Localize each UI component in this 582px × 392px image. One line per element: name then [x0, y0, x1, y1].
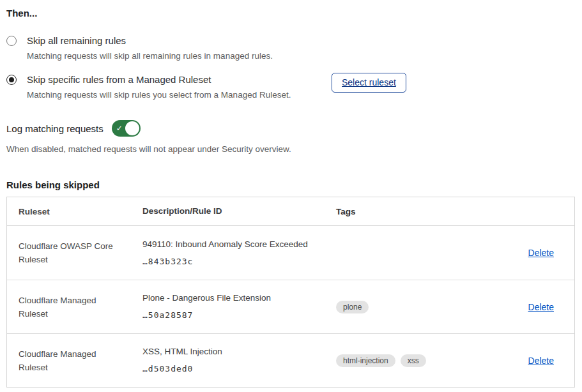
rule-description-cell: 949110: Inbound Anomaly Score Exceeded ……	[142, 238, 336, 268]
rules-table-body: Cloudflare OWASP Core Ruleset 949110: In…	[7, 226, 574, 387]
delete-link[interactable]: Delete	[528, 356, 554, 366]
log-matching-label: Log matching requests	[6, 123, 103, 134]
option-skip-specific-rules: Skip specific rules from a Managed Rules…	[6, 73, 575, 101]
radio-skip-specific-rules[interactable]	[6, 75, 17, 85]
rules-skipped-title: Rules being skipped	[6, 179, 575, 190]
tag-pill: xss	[401, 354, 426, 367]
rule-id: …50a28587	[142, 309, 326, 322]
rule-description: 949110: Inbound Anomaly Score Exceeded	[142, 238, 326, 251]
table-header-row: Ruleset Description/Rule ID Tags	[7, 197, 574, 226]
option-label-skip-all: Skip all remaining rules	[27, 34, 305, 48]
tags-cell: plone	[336, 301, 482, 313]
tag-pill: plone	[336, 301, 369, 313]
ruleset-name: Cloudflare OWASP Core Ruleset	[7, 239, 142, 266]
delete-link[interactable]: Delete	[528, 302, 554, 312]
option-label-skip-specific: Skip specific rules from a Managed Rules…	[27, 73, 305, 87]
then-section-title: Then...	[6, 8, 575, 19]
option-text: Skip all remaining rules Matching reques…	[27, 34, 305, 62]
option-skip-all-rules: Skip all remaining rules Matching reques…	[6, 34, 575, 62]
ruleset-name: Cloudflare Managed Ruleset	[7, 294, 142, 320]
rules-skipped-table: Ruleset Description/Rule ID Tags Cloudfl…	[6, 197, 575, 388]
actions-cell: Delete	[482, 301, 574, 313]
select-ruleset-button[interactable]: Select ruleset	[332, 73, 406, 93]
rule-id: …d503ded0	[142, 363, 326, 375]
column-header-tags: Tags	[336, 207, 482, 216]
radio-skip-all-rules[interactable]	[6, 36, 17, 46]
waf-rule-config-page: Then... Skip all remaining rules Matchin…	[0, 0, 582, 388]
toggle-knob	[125, 121, 139, 135]
option-text: Skip specific rules from a Managed Rules…	[27, 73, 305, 101]
rule-description-cell: XSS, HTML Injection …d503ded0	[142, 345, 336, 375]
rule-description-cell: Plone - Dangerous File Extension …50a285…	[142, 292, 336, 322]
actions-cell: Delete	[482, 355, 574, 366]
option-desc-skip-all: Matching requests will skip all remainin…	[27, 50, 305, 62]
table-row: Cloudflare Managed Ruleset XSS, HTML Inj…	[7, 333, 574, 387]
check-icon: ✓	[116, 124, 123, 132]
column-header-ruleset: Ruleset	[7, 205, 142, 218]
delete-link[interactable]: Delete	[528, 248, 554, 258]
rule-id: …843b323c	[142, 255, 326, 268]
ruleset-name: Cloudflare Managed Ruleset	[7, 347, 142, 374]
tag-pill: html-injection	[336, 354, 395, 367]
table-row: Cloudflare Managed Ruleset Plone - Dange…	[7, 280, 574, 333]
rule-description: Plone - Dangerous File Extension	[142, 292, 326, 305]
table-row: Cloudflare OWASP Core Ruleset 949110: In…	[7, 226, 574, 280]
column-header-description: Description/Rule ID	[142, 205, 336, 218]
log-matching-description: When disabled, matched requests will not…	[6, 143, 575, 155]
option-desc-skip-specific: Matching requests will skip rules you se…	[27, 89, 305, 101]
rule-description: XSS, HTML Injection	[142, 345, 326, 358]
tags-cell: html-injectionxss	[336, 354, 482, 367]
actions-cell: Delete	[482, 247, 574, 259]
log-matching-toggle[interactable]: ✓	[112, 120, 141, 137]
log-matching-row: Log matching requests ✓	[6, 120, 575, 137]
